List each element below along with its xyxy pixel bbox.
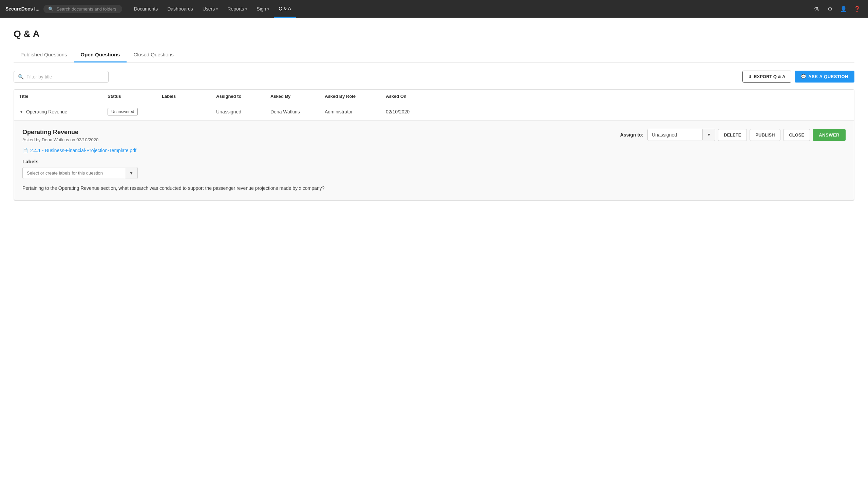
- row-asked-by-role-cell: Administrator: [325, 109, 386, 114]
- publish-button[interactable]: PUBLISH: [750, 129, 780, 141]
- col-asked-by: Asked By: [270, 94, 325, 99]
- nav-links: Documents Dashboards Users ▾ Reports ▾ S…: [129, 0, 811, 18]
- search-input[interactable]: [56, 6, 117, 12]
- status-badge: Unanswered: [108, 108, 138, 115]
- labels-input[interactable]: [23, 167, 125, 179]
- detail-title-section: Operating Revenue Asked by Dena Watkins …: [22, 129, 98, 142]
- tab-closed[interactable]: Closed Questions: [127, 48, 180, 62]
- col-asked-on: Asked On: [386, 94, 433, 99]
- detail-actions: Assign to: Unassigned ▼ DELETE PUBLISH C…: [620, 129, 846, 141]
- close-button[interactable]: CLOSE: [783, 129, 810, 141]
- assign-select[interactable]: Unassigned ▼: [647, 129, 715, 141]
- nav-dashboards[interactable]: Dashboards: [163, 0, 198, 18]
- navbar: SecureDocs I... 🔍 Documents Dashboards U…: [0, 0, 868, 18]
- expand-icon[interactable]: ▼: [19, 109, 23, 114]
- brand-name: SecureDocs I...: [5, 6, 39, 12]
- labels-section-title: Labels: [22, 159, 846, 164]
- tabs-container: Published Questions Open Questions Close…: [14, 48, 854, 62]
- table-row: ▼ Operating Revenue Unanswered Unassigne…: [14, 103, 854, 121]
- download-icon: ⇓: [748, 74, 752, 79]
- nav-icons: ⚗ ⚙ 👤 ❓: [811, 3, 863, 14]
- reports-caret: ▾: [245, 7, 247, 11]
- detail-header: Operating Revenue Asked by Dena Watkins …: [22, 129, 846, 142]
- filter-search-box[interactable]: 🔍: [14, 71, 109, 83]
- toolbar-right: ⇓ EXPORT Q & A 💬 ASK A QUESTION: [742, 71, 854, 83]
- answer-button[interactable]: ANSWER: [813, 129, 846, 141]
- nav-documents[interactable]: Documents: [129, 0, 163, 18]
- gear-icon[interactable]: ⚙: [825, 3, 835, 14]
- export-button[interactable]: ⇓ EXPORT Q & A: [742, 71, 791, 83]
- question-body: Pertaining to the Operating Revenue sect…: [22, 184, 846, 192]
- filter-search-icon: 🔍: [18, 74, 24, 79]
- assign-dropdown-caret[interactable]: ▼: [702, 129, 715, 140]
- col-labels: Labels: [162, 94, 216, 99]
- nav-reports[interactable]: Reports ▾: [223, 0, 252, 18]
- labels-dropdown-caret[interactable]: ▼: [125, 168, 137, 179]
- col-status: Status: [108, 94, 162, 99]
- col-assigned: Assigned to: [216, 94, 270, 99]
- main-content: Q & A Published Questions Open Questions…: [0, 18, 868, 489]
- table-header: Title Status Labels Assigned to Asked By…: [14, 90, 854, 103]
- filter-input[interactable]: [26, 74, 104, 79]
- search-icon: 🔍: [48, 6, 54, 12]
- document-link[interactable]: 📄 2.4.1 - Business-Financial-Projection-…: [22, 148, 846, 153]
- col-asked-by-role: Asked By Role: [325, 94, 386, 99]
- row-asked-on-cell: 02/10/2020: [386, 109, 433, 114]
- questions-table: Title Status Labels Assigned to Asked By…: [14, 89, 854, 201]
- assign-label: Assign to:: [620, 132, 643, 138]
- search-bar[interactable]: 🔍: [43, 5, 122, 13]
- document-icon: 📄: [22, 148, 28, 153]
- row-title-cell: ▼ Operating Revenue: [19, 109, 108, 114]
- help-icon[interactable]: ❓: [852, 3, 863, 14]
- user-icon[interactable]: 👤: [838, 3, 849, 14]
- nav-users[interactable]: Users ▾: [198, 0, 223, 18]
- row-status-cell: Unanswered: [108, 108, 162, 115]
- labels-section: Labels ▼: [22, 159, 846, 179]
- assign-dropdown[interactable]: Unassigned: [648, 129, 702, 141]
- ask-question-button[interactable]: 💬 ASK A QUESTION: [795, 71, 855, 83]
- tab-published[interactable]: Published Questions: [14, 48, 74, 62]
- tab-open[interactable]: Open Questions: [74, 48, 127, 62]
- detail-title: Operating Revenue: [22, 129, 98, 136]
- flask-icon[interactable]: ⚗: [811, 3, 822, 14]
- nav-qa[interactable]: Q & A: [274, 0, 296, 18]
- chat-icon: 💬: [801, 74, 807, 79]
- detail-panel: Operating Revenue Asked by Dena Watkins …: [14, 121, 854, 200]
- col-title: Title: [19, 94, 108, 99]
- users-caret: ▾: [216, 7, 218, 11]
- nav-sign[interactable]: Sign ▾: [252, 0, 274, 18]
- delete-button[interactable]: DELETE: [718, 129, 747, 141]
- detail-subtitle: Asked by Dena Watkins on 02/10/2020: [22, 137, 98, 142]
- labels-select[interactable]: ▼: [22, 167, 138, 179]
- page-title: Q & A: [14, 29, 854, 39]
- toolbar: 🔍 ⇓ EXPORT Q & A 💬 ASK A QUESTION: [14, 71, 854, 83]
- sign-caret: ▾: [267, 7, 269, 11]
- row-asked-by-cell: Dena Watkins: [270, 109, 325, 114]
- row-assigned-cell: Unassigned: [216, 109, 270, 114]
